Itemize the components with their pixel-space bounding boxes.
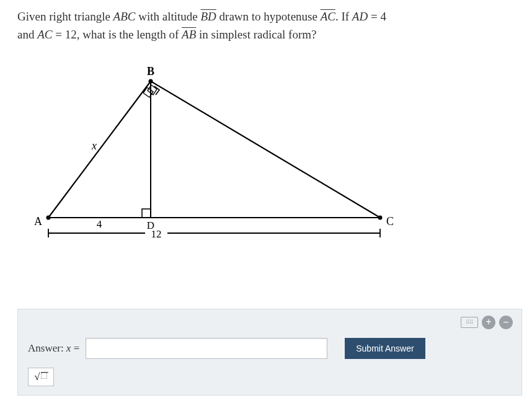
segment-bd: BD bbox=[201, 10, 216, 23]
segment-ab: AB bbox=[182, 28, 196, 41]
answer-eq: = bbox=[71, 342, 79, 354]
svg-point-10 bbox=[149, 79, 153, 83]
triangle-name: ABC bbox=[113, 10, 136, 23]
keyboard-icon[interactable]: ⠿⠿ bbox=[461, 317, 478, 328]
sqrt-icon: √ bbox=[35, 371, 48, 383]
text-fragment: . If bbox=[335, 10, 352, 23]
answer-label: Answer: x = bbox=[28, 342, 79, 355]
svg-rect-7 bbox=[142, 209, 151, 218]
label-a: A bbox=[34, 215, 42, 228]
text-fragment: = bbox=[52, 28, 64, 41]
segment-ac: AC bbox=[321, 10, 335, 23]
answer-input[interactable] bbox=[86, 338, 327, 359]
text-fragment: , what is the length of bbox=[77, 28, 182, 41]
text-fragment: and bbox=[17, 28, 37, 41]
svg-line-6 bbox=[143, 93, 149, 97]
var-ad: AD bbox=[352, 10, 368, 23]
label-c: C bbox=[386, 215, 394, 228]
val-ad: 4 bbox=[380, 10, 386, 23]
svg-line-0 bbox=[48, 81, 151, 218]
text-fragment: drawn to hypotenuse bbox=[216, 10, 321, 23]
sqrt-button[interactable]: √ bbox=[28, 368, 54, 386]
answer-label-text: Answer: bbox=[28, 342, 66, 354]
label-x: x bbox=[91, 140, 97, 152]
submit-answer-button[interactable]: Submit Answer bbox=[345, 338, 425, 359]
text-fragment: with altitude bbox=[136, 10, 201, 23]
label-ac-len: 12 bbox=[151, 228, 162, 240]
answer-panel: ⠿⠿ + − Answer: x = Submit Answer √ bbox=[17, 309, 522, 396]
text-fragment: Given right triangle bbox=[17, 10, 113, 23]
zoom-out-button[interactable]: − bbox=[499, 316, 513, 329]
text-fragment: in simplest radical form? bbox=[196, 28, 316, 41]
svg-point-8 bbox=[47, 215, 51, 219]
svg-point-9 bbox=[378, 215, 383, 219]
label-ad-len: 4 bbox=[97, 218, 102, 230]
label-b: B bbox=[147, 65, 154, 78]
svg-line-1 bbox=[151, 81, 380, 218]
var-ac: AC bbox=[37, 28, 52, 41]
zoom-in-button[interactable]: + bbox=[482, 316, 495, 329]
problem-statement: Given right triangle ABC with altitude B… bbox=[17, 7, 515, 44]
text-fragment: = bbox=[368, 10, 380, 23]
triangle-diagram: B A C D 4 12 x bbox=[24, 56, 396, 255]
val-ac: 12 bbox=[65, 28, 77, 41]
